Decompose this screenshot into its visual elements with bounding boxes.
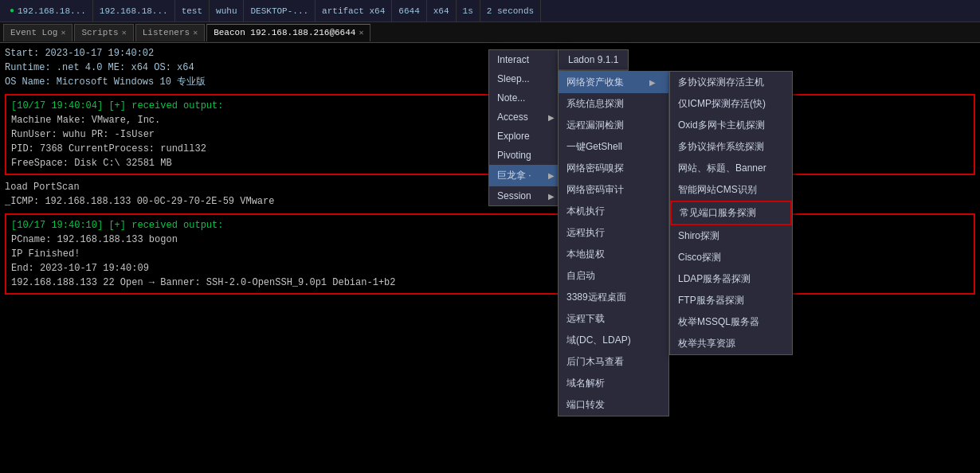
ports-menu: 多协议探测存活主机 仅ICMP探测存活(快) Oxid多网卡主机探测 多协议操作…: [669, 71, 793, 355]
output-block-2: [10/17 19:40:10] [+] received output: PC…: [5, 213, 975, 295]
ports-item-5[interactable]: 智能网站CMS识别: [670, 179, 792, 201]
network-menu-item-11[interactable]: 远程下载: [559, 308, 668, 330]
tab-listeners-close[interactable]: ✕: [193, 28, 198, 37]
tab-beacon-label: Beacon 192.168.188.216@6644: [214, 28, 355, 37]
network-menu-item-2[interactable]: 远程漏洞检测: [559, 115, 668, 136]
network-menu-item-9[interactable]: 自启动: [559, 265, 668, 287]
ports-item-9[interactable]: LDAP服务器探测: [670, 268, 792, 290]
network-menu-arrow-0: ▶: [649, 78, 656, 87]
tab-beacon[interactable]: Beacon 192.168.188.216@6644 ✕: [206, 24, 370, 41]
menu-item-pivoting[interactable]: Pivoting: [489, 146, 567, 165]
menu-item-explore[interactable]: Explore: [489, 127, 567, 146]
ladon-title: Ladon 9.1.1: [559, 50, 628, 70]
main-area: Start: 2023-10-17 19:40:02 Runtime: .net…: [0, 43, 980, 473]
julong-arrow: ▶: [548, 171, 555, 180]
network-menu-item-15[interactable]: 端口转发: [559, 394, 668, 416]
beacon-user: wuhu: [210, 0, 244, 22]
session-arrow: ▶: [548, 192, 555, 201]
top-bar: 192.168.18... 192.168.18... test wuhu DE…: [0, 0, 980, 22]
tab-scripts-close[interactable]: ✕: [122, 28, 127, 37]
network-menu-item-14[interactable]: 域名解析: [559, 373, 668, 394]
menu-item-note[interactable]: Note...: [489, 88, 567, 108]
ports-item-8[interactable]: Cisco探测: [670, 247, 792, 268]
network-menu-item-8[interactable]: 本地提权: [559, 244, 668, 265]
output-ip-finished: IP Finished!: [11, 247, 969, 261]
network-menu-item-13[interactable]: 后门木马查看: [559, 351, 668, 373]
tab-event-log-label: Event Log: [10, 28, 57, 37]
ports-item-10[interactable]: FTP服务器探测: [670, 290, 792, 311]
network-menu-item-5[interactable]: 网络密码审计: [559, 179, 668, 201]
menu-item-julong[interactable]: 巨龙拿 · ▶: [489, 165, 567, 186]
ports-item-3[interactable]: 多协议操作系统探测: [670, 136, 792, 158]
beacon-artifact: artifact x64: [316, 0, 392, 22]
ports-item-6[interactable]: 常见端口服务探测: [670, 201, 792, 225]
ports-item-2[interactable]: Oxid多网卡主机探测: [670, 115, 792, 136]
beacon-lastcheck: 2 seconds: [480, 0, 541, 22]
network-menu-item-3[interactable]: 一键GetShell: [559, 136, 668, 158]
network-menu-item-0[interactable]: 网络资产收集 ▶: [559, 72, 668, 93]
ports-item-0[interactable]: 多协议探测存活主机: [670, 72, 792, 93]
beacon-arch: x64: [427, 0, 457, 22]
menu-item-session[interactable]: Session ▶: [489, 186, 567, 205]
beacon-name: test: [175, 0, 210, 22]
beacon-interval: 1s: [457, 0, 480, 22]
tab-beacon-close[interactable]: ✕: [359, 28, 363, 37]
beacon-ip2: 192.168.18...: [93, 0, 175, 22]
tab-listeners-label: Listeners: [143, 28, 190, 37]
tab-scripts[interactable]: Scripts ✕: [74, 24, 133, 41]
output-ssh: 192.168.188.133 22 Open → Banner: SSH-2.…: [11, 276, 969, 290]
ladon-header: Ladon 9.1.1: [558, 49, 629, 71]
network-menu-item-10[interactable]: 3389远程桌面: [559, 287, 668, 308]
tab-listeners[interactable]: Listeners ✕: [135, 24, 205, 41]
network-menu-item-7[interactable]: 远程执行: [559, 222, 668, 244]
network-menu-item-1[interactable]: 系统信息探测: [559, 93, 668, 115]
ports-item-7[interactable]: Shiro探测: [670, 225, 792, 247]
network-menu: 网络资产收集 ▶ 系统信息探测 远程漏洞检测 一键GetShell 网络密码嗅探…: [558, 71, 669, 416]
network-menu-item-6[interactable]: 本机执行: [559, 201, 668, 222]
beacon-host: DESKTOP-...: [244, 0, 316, 22]
access-arrow: ▶: [548, 113, 555, 122]
ports-item-4[interactable]: 网站、标题、Banner: [670, 158, 792, 179]
tab-event-log-close[interactable]: ✕: [61, 28, 65, 37]
output-pcname: PCname: 192.168.188.133 bogon: [11, 233, 969, 247]
menu-item-access[interactable]: Access ▶: [489, 108, 567, 127]
tab-scripts-label: Scripts: [81, 28, 118, 37]
tabs-bar: Event Log ✕ Scripts ✕ Listeners ✕ Beacon…: [0, 22, 980, 43]
network-menu-item-12[interactable]: 域(DC、LDAP): [559, 330, 668, 351]
tab-event-log[interactable]: Event Log ✕: [3, 24, 73, 41]
network-menu-item-4[interactable]: 网络密码嗅探: [559, 158, 668, 179]
menu-item-sleep[interactable]: Sleep...: [489, 69, 567, 88]
menu-item-interact[interactable]: Interact: [489, 50, 567, 69]
beacon-ip1[interactable]: 192.168.18...: [3, 0, 93, 22]
context-menu-main: Interact Sleep... Note... Access ▶ Explo…: [488, 49, 568, 206]
output-end: End: 2023-10-17 19:40:09: [11, 261, 969, 276]
ports-item-11[interactable]: 枚举MSSQL服务器: [670, 311, 792, 333]
ports-item-12[interactable]: 枚举共享资源: [670, 333, 792, 354]
ports-item-1[interactable]: 仅ICMP探测存活(快): [670, 93, 792, 115]
timestamp-2: [10/17 19:40:10] [+] received output:: [11, 218, 969, 233]
beacon-port: 6644: [392, 0, 426, 22]
